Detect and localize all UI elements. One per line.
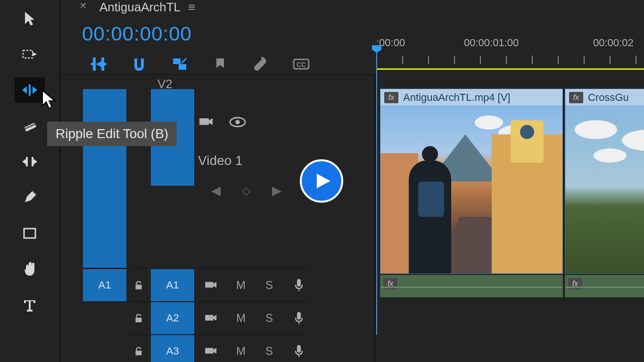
svg-rect-21 <box>297 345 301 353</box>
svg-rect-14 <box>205 282 213 288</box>
svg-rect-4 <box>26 157 28 166</box>
hand-tool[interactable] <box>15 256 45 282</box>
svg-rect-1 <box>29 84 31 96</box>
a3-sync-lock-icon[interactable] <box>203 343 220 360</box>
track-select-tool[interactable] <box>15 41 45 67</box>
target-a2[interactable]: A2 <box>151 301 194 334</box>
a1-mute-button[interactable]: M <box>234 279 248 292</box>
a3-mute-button[interactable]: M <box>234 345 248 358</box>
svg-rect-19 <box>298 321 299 324</box>
toggle-track-output-icon[interactable] <box>229 114 246 131</box>
svg-text:CC: CC <box>297 61 306 68</box>
svg-rect-6 <box>24 229 35 238</box>
wrench-icon[interactable] <box>251 54 271 74</box>
tool-panel <box>0 0 60 362</box>
clip-1-thumbnail <box>380 106 562 273</box>
video1-track-label: Video 1 <box>198 153 281 168</box>
fx-badge-icon[interactable]: fx <box>569 92 583 103</box>
lock-a1-icon[interactable] <box>129 268 148 301</box>
svg-rect-5 <box>32 157 33 166</box>
svg-rect-22 <box>298 354 299 357</box>
a2-voiceover-icon[interactable] <box>290 310 307 327</box>
a3-voiceover-icon[interactable] <box>290 343 307 360</box>
snap-icon[interactable] <box>129 54 149 74</box>
rectangle-tool[interactable] <box>15 221 45 246</box>
add-keyframe-icon[interactable]: ◇ <box>242 185 250 197</box>
time-ruler[interactable]: :00:00 00:00:01:00 00:00:02 <box>376 37 644 74</box>
cursor-icon <box>41 90 59 111</box>
clip-2-name: CrossGu <box>588 91 629 104</box>
marker-icon[interactable] <box>210 54 230 74</box>
svg-rect-17 <box>205 315 213 321</box>
sequence-header: ✕ AntiguaArchTL ≡ <box>60 0 644 15</box>
track-header-area: V2 A1 A1 A2 A3 Video 1 ◀ ◇ <box>60 74 376 362</box>
lock-a3-icon[interactable] <box>129 334 148 362</box>
video-clip-1[interactable]: fx AntiguaArchTL.mp4 [V] <box>380 89 563 274</box>
captions-icon[interactable]: CC <box>291 54 311 74</box>
svg-rect-16 <box>298 288 299 291</box>
target-a3[interactable]: A3 <box>151 334 194 362</box>
playhead[interactable] <box>376 52 377 335</box>
linked-selection-icon[interactable] <box>170 54 190 74</box>
svg-rect-8 <box>101 58 104 71</box>
close-sequence-icon[interactable]: ✕ <box>79 0 87 11</box>
video-clip-2[interactable]: fx CrossGu <box>565 89 644 274</box>
track-clip-divider <box>374 74 375 362</box>
pen-tool[interactable] <box>15 185 45 210</box>
audio-track-a1-header: M S <box>198 268 307 301</box>
tool-tooltip: Ripple Edit Tool (B) <box>47 122 177 146</box>
svg-rect-18 <box>297 312 301 320</box>
svg-rect-7 <box>93 58 96 71</box>
next-keyframe-icon[interactable]: ▶ <box>272 183 281 198</box>
sequence-menu-icon[interactable]: ≡ <box>188 0 195 15</box>
audio-track-a2-header: M S <box>198 301 307 334</box>
a2-solo-button[interactable]: S <box>262 312 276 325</box>
audio-clip-2[interactable]: fx <box>565 275 644 297</box>
source-patch-column: A1 <box>83 89 126 301</box>
ruler-label-1: 00:00:01:00 <box>464 37 519 49</box>
a1-voiceover-icon[interactable] <box>290 277 307 294</box>
prev-keyframe-icon[interactable]: ◀ <box>211 183 221 198</box>
a3-solo-button[interactable]: S <box>262 345 276 358</box>
audio-track-a3-header: M S <box>198 334 307 362</box>
lock-a2-icon[interactable] <box>129 301 148 334</box>
target-a1[interactable]: A1 <box>151 268 194 301</box>
a1-solo-button[interactable]: S <box>262 279 276 292</box>
insert-overwrite-icon[interactable] <box>89 54 108 74</box>
a1-sync-lock-icon[interactable] <box>203 277 220 294</box>
slip-tool[interactable] <box>15 149 45 174</box>
clip-1-name: AntiguaArchTL.mp4 [V] <box>403 91 510 104</box>
razor-tool[interactable] <box>15 113 45 139</box>
svg-rect-20 <box>205 348 213 354</box>
sequence-name[interactable]: AntiguaArchTL <box>99 0 181 15</box>
svg-rect-11 <box>199 118 209 125</box>
timeline-panel: ✕ AntiguaArchTL ≡ 00:00:00:00 CC V2 A1 <box>60 0 644 362</box>
audio-clip-1[interactable]: fx <box>380 275 563 297</box>
svg-rect-15 <box>297 279 301 287</box>
a2-mute-button[interactable]: M <box>234 312 248 325</box>
ruler-label-2: 00:00:02 <box>593 37 634 49</box>
video-play-overlay-button[interactable] <box>300 159 343 203</box>
sync-lock-icon[interactable] <box>198 114 215 131</box>
type-tool[interactable] <box>15 292 45 318</box>
a2-sync-lock-icon[interactable] <box>203 310 220 327</box>
fx-badge-icon[interactable]: fx <box>384 92 398 103</box>
source-patch-a1[interactable]: A1 <box>83 268 126 301</box>
clip-2-thumbnail <box>565 106 644 273</box>
svg-rect-0 <box>23 50 33 58</box>
keyframe-nav: ◀ ◇ ▶ <box>211 183 281 198</box>
svg-point-13 <box>235 120 239 124</box>
selection-tool[interactable] <box>15 6 45 31</box>
source-patch-v1[interactable] <box>83 89 126 268</box>
